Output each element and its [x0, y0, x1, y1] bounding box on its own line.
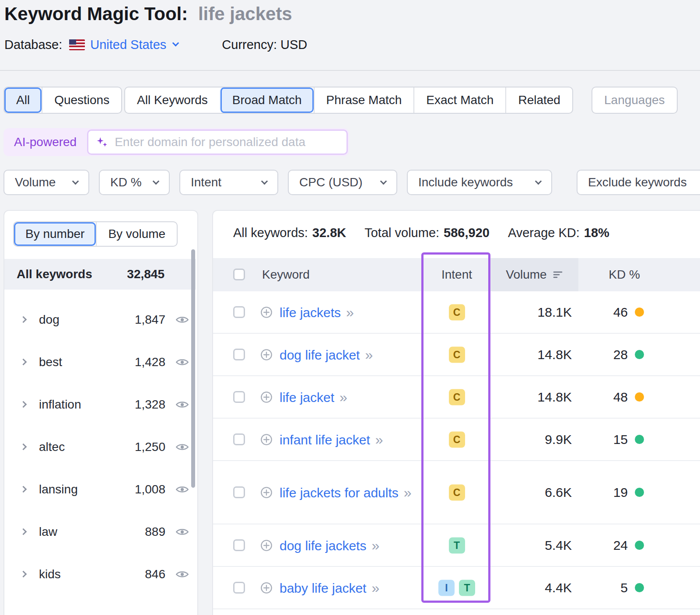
row-checkbox[interactable] [233, 582, 245, 594]
group-label: lansing [39, 482, 78, 496]
keyword-link[interactable]: infant life jacket [280, 432, 370, 447]
group-row-law[interactable]: law 889 [4, 510, 197, 553]
tab-languages[interactable]: Languages [592, 87, 677, 113]
column-header-keyword: Keyword [262, 268, 310, 282]
tab-by-number[interactable]: By number [14, 222, 96, 246]
row-checkbox[interactable] [233, 391, 245, 403]
filter-volume-label: Volume [15, 175, 56, 189]
add-keyword-icon[interactable] [260, 306, 273, 318]
summary-total-volume-value: 586,920 [444, 226, 490, 240]
domain-input[interactable] [115, 135, 340, 149]
tab-all-keywords[interactable]: All Keywords [125, 87, 220, 113]
keyword-link[interactable]: baby life jacket [280, 580, 366, 595]
group-row-inflation[interactable]: inflation 1,328 [4, 383, 197, 426]
group-count: 1,008 [135, 482, 165, 496]
tab-phrase-match[interactable]: Phrase Match [314, 87, 414, 113]
filter-volume[interactable]: Volume [4, 170, 89, 195]
open-keyword-icon[interactable]: » [371, 537, 379, 553]
kd-value: 46 [613, 305, 628, 320]
page-title: Keyword Magic Tool: life jackets [4, 3, 292, 24]
keyword-link[interactable]: life jackets for adults [280, 485, 399, 500]
eye-icon[interactable] [176, 358, 189, 367]
chevron-right-icon [20, 444, 27, 451]
sidebar-scrollbar[interactable] [191, 249, 195, 488]
filter-cpc[interactable]: CPC (USD) [288, 170, 397, 195]
select-all-checkbox[interactable] [233, 269, 245, 280]
eye-icon[interactable] [176, 443, 189, 451]
all-keywords-row[interactable]: All keywords 32,845 [4, 259, 196, 290]
group-row-best[interactable]: best 1,428 [4, 341, 197, 383]
group-row-kids[interactable]: kids 846 [4, 553, 197, 595]
tab-group-match: All Keywords Broad Match Phrase Match Ex… [124, 87, 573, 114]
add-keyword-icon[interactable] [260, 582, 273, 594]
domain-input-wrap [87, 129, 348, 155]
tab-exact-match[interactable]: Exact Match [413, 87, 505, 113]
filter-include-keywords[interactable]: Include keywords [407, 170, 552, 195]
open-keyword-icon[interactable]: » [365, 346, 373, 362]
kd-value: 48 [613, 390, 628, 405]
group-label: best [39, 355, 62, 369]
table-row: life jackets for adults» C 6.6K 19 [213, 461, 700, 524]
table-header: Keyword Intent Volume KD % [213, 258, 700, 291]
kd-value: 28 [613, 347, 628, 362]
results-panel: All keywords:32.8K Total volume:586,920 … [212, 210, 700, 615]
table-row: dog life jackets» T 5.4K 24 [213, 524, 700, 567]
keyword-link[interactable]: dog life jacket [280, 347, 360, 362]
group-count: 1,328 [135, 398, 165, 412]
eye-icon[interactable] [176, 485, 189, 494]
open-keyword-icon[interactable]: » [371, 580, 379, 595]
filter-kd-label: KD % [110, 175, 142, 189]
row-checkbox[interactable] [233, 349, 245, 360]
open-keyword-icon[interactable]: » [375, 431, 383, 447]
group-row-dog[interactable]: dog 1,847 [4, 298, 197, 341]
tab-questions[interactable]: Questions [42, 87, 121, 113]
summary-all-keywords-value: 32.8K [312, 226, 346, 240]
filter-intent[interactable]: Intent [179, 170, 278, 195]
filters-row: Volume KD % Intent CPC (USD) Include key… [4, 170, 552, 195]
tab-broad-match[interactable]: Broad Match [220, 87, 314, 113]
chevron-right-icon [20, 316, 27, 323]
group-count: 846 [145, 567, 165, 581]
summary-total-volume-label: Total volume: [364, 226, 439, 240]
add-keyword-icon[interactable] [260, 391, 273, 403]
open-keyword-icon[interactable]: » [404, 484, 412, 500]
results-summary: All keywords:32.8K Total volume:586,920 … [233, 226, 609, 240]
chevron-down-icon [261, 178, 268, 185]
eye-icon[interactable] [176, 315, 189, 324]
add-keyword-icon[interactable] [260, 433, 273, 446]
keyword-link[interactable]: life jackets [280, 305, 341, 319]
kd-dot-icon [635, 541, 644, 550]
group-count: 1,428 [135, 355, 165, 369]
eye-icon[interactable] [176, 528, 189, 536]
add-keyword-icon[interactable] [260, 349, 273, 361]
chevron-right-icon [20, 401, 27, 408]
eye-icon[interactable] [176, 570, 189, 579]
row-checkbox[interactable] [233, 486, 245, 498]
search-query: life jackets [198, 3, 292, 24]
kd-dot-icon [635, 392, 644, 402]
open-keyword-icon[interactable]: » [346, 304, 354, 320]
filter-exclude-keywords[interactable]: Exclude keywords [577, 170, 700, 195]
add-keyword-icon[interactable] [260, 486, 273, 499]
group-row-lansing[interactable]: lansing 1,008 [4, 468, 197, 510]
row-checkbox[interactable] [233, 539, 245, 551]
add-keyword-icon[interactable] [260, 539, 273, 552]
summary-average-kd-label: Average KD: [508, 226, 580, 240]
keyword-link[interactable]: life jacket [280, 390, 334, 404]
group-row-altec[interactable]: altec 1,250 [4, 426, 197, 468]
database-selector[interactable]: United States [90, 38, 178, 52]
keyword-link[interactable]: dog life jackets [280, 538, 366, 552]
filter-exclude-label: Exclude keywords [588, 175, 687, 189]
eye-icon[interactable] [176, 400, 189, 409]
filter-kd[interactable]: KD % [99, 170, 170, 195]
table-row: infant life jacket» C 9.9K 15 [213, 419, 700, 461]
column-header-volume[interactable]: Volume [491, 268, 578, 282]
tab-related[interactable]: Related [505, 87, 572, 113]
open-keyword-icon[interactable]: » [340, 389, 347, 405]
tab-all[interactable]: All [4, 87, 42, 113]
chevron-down-icon [535, 178, 542, 185]
tab-by-volume[interactable]: By volume [96, 222, 177, 246]
row-checkbox[interactable] [233, 433, 245, 445]
row-checkbox[interactable] [233, 306, 245, 318]
group-count: 1,847 [135, 313, 165, 327]
